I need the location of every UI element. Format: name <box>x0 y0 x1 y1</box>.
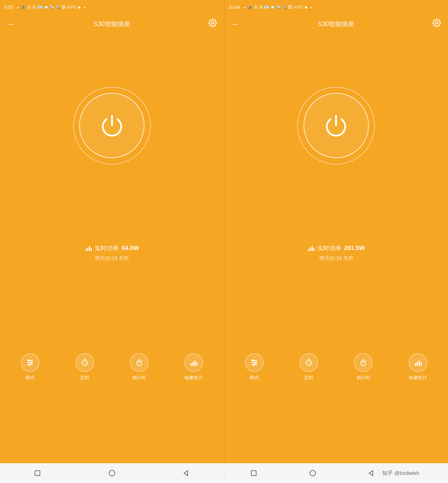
svg-point-0 <box>212 22 214 24</box>
svg-rect-29 <box>312 246 313 251</box>
stopwatch-icon-right <box>359 358 367 367</box>
countdown-icon-right <box>354 353 372 372</box>
svg-rect-22 <box>193 362 194 366</box>
power-icon-left <box>98 112 126 140</box>
status-time-left: 9:55 📶 🔊 易 易 📧 📨 📡 🔍 🖼 VolTE ◆ 📶 <box>4 5 87 10</box>
back-button-left[interactable]: ← <box>7 19 16 29</box>
nav-right: 知乎 @lordwish <box>224 465 448 481</box>
svg-rect-27 <box>308 249 309 251</box>
clock-icon-right <box>305 358 313 367</box>
back-button-right[interactable]: ← <box>231 19 240 29</box>
nav-square-left[interactable] <box>30 465 45 481</box>
svg-point-9 <box>28 360 29 361</box>
stats-label-left: 电量统计 <box>184 375 203 381</box>
nav-triangle-left[interactable] <box>179 465 194 481</box>
clock-icon-left <box>81 358 89 367</box>
toolbar-right: 模式 定时 <box>224 270 448 464</box>
svg-rect-49 <box>420 363 422 366</box>
mode-button-right[interactable]: 模式 <box>245 353 264 381</box>
status-time-right: 10:04 📶 🔊 易 易 📧 📨 📡 🔍 🖼 VolTE ◆ 📶 <box>229 5 314 10</box>
svg-point-51 <box>109 470 115 476</box>
svg-rect-46 <box>415 363 416 366</box>
power-button-left[interactable] <box>79 93 145 158</box>
stats-icon-right <box>409 353 427 372</box>
power-reading-right: 实时功率 281.5W <box>307 244 365 252</box>
bar-chart-icon-left <box>85 245 92 252</box>
mode-button-left[interactable]: 模式 <box>21 353 39 381</box>
title-right: S30智能插座 <box>318 20 354 28</box>
svg-rect-3 <box>87 248 88 251</box>
watermark-area: 知乎 @lordwish <box>382 470 426 477</box>
svg-point-35 <box>255 362 257 363</box>
svg-rect-50 <box>35 471 40 476</box>
toolbar-left: 模式 定时 <box>0 270 224 464</box>
stats-icon-left <box>184 353 203 372</box>
stats-button-left[interactable]: 电量统计 <box>184 353 203 381</box>
time-left: 9:55 <box>4 5 13 10</box>
power-label-left: 实时功率 <box>95 244 119 252</box>
countdown-label-left: 倒计时 <box>132 375 146 381</box>
main-panels: ← S30智能插座 <box>0 14 448 463</box>
nav-triangle-right[interactable] <box>364 465 379 481</box>
status-bar-left: 9:55 📶 🔊 易 易 📧 📨 📡 🔍 🖼 VolTE ◆ 📶 <box>0 0 224 14</box>
svg-rect-2 <box>86 249 87 251</box>
timer-button-right[interactable]: 定时 <box>300 353 318 381</box>
svg-point-10 <box>31 362 32 363</box>
svg-point-11 <box>29 364 30 365</box>
svg-rect-47 <box>417 362 418 366</box>
header-right: ← S30智能插座 <box>224 14 448 34</box>
svg-rect-5 <box>91 248 92 251</box>
schedule-right: 明天02:18 关闭 <box>319 255 353 262</box>
timer-icon-right <box>300 353 318 372</box>
nav-circle-left[interactable] <box>104 465 120 481</box>
status-bar-right: 10:04 📶 🔊 易 易 📧 📨 📡 🔍 🖼 VolTE ◆ 📶 <box>224 0 448 14</box>
timer-label-right: 定时 <box>304 375 313 381</box>
countdown-button-right[interactable]: 倒计时 <box>354 353 372 381</box>
timer-button-left[interactable]: 定时 <box>76 353 94 381</box>
svg-rect-52 <box>251 471 256 476</box>
countdown-label-right: 倒计时 <box>356 375 370 381</box>
svg-point-53 <box>310 470 316 476</box>
power-value-left: 64.0W <box>122 245 139 252</box>
countdown-icon-left <box>130 353 148 372</box>
signal-icons-right: 📶 🔊 易 易 📧 📨 📡 🔍 🖼 VolTE ◆ 📶 <box>242 5 313 10</box>
nav-circle-right[interactable] <box>305 465 320 481</box>
svg-rect-4 <box>89 246 90 251</box>
sliders-icon-left <box>26 358 34 367</box>
panel-info-right: 实时功率 281.5W 明天02:18 关闭 <box>224 239 448 270</box>
power-area-right <box>224 34 448 239</box>
stopwatch-icon-left <box>135 358 143 367</box>
power-label-right: 实时功率 <box>317 244 341 252</box>
title-left: S30智能插座 <box>94 20 130 28</box>
signal-icons-left: 📶 🔊 易 易 📧 📨 📡 🔍 🖼 VolTE ◆ 📶 <box>15 5 87 10</box>
header-left: ← S30智能插座 <box>0 14 224 34</box>
mode-label-left: 模式 <box>25 375 35 381</box>
barchart-icon-right <box>414 358 422 367</box>
svg-line-14 <box>85 363 86 364</box>
svg-rect-24 <box>196 363 198 366</box>
mode-icon-right <box>245 353 264 372</box>
timer-label-left: 定时 <box>80 375 89 381</box>
schedule-left: 明天02:18 关闭 <box>95 255 129 262</box>
stats-label-right: 电量统计 <box>409 375 427 381</box>
status-bar: 9:55 📶 🔊 易 易 📧 📨 📡 🔍 🖼 VolTE ◆ 📶 10:04 📶… <box>0 0 448 14</box>
svg-rect-21 <box>190 363 192 366</box>
svg-rect-23 <box>194 360 196 366</box>
power-outer-ring-right <box>297 87 375 165</box>
panel-left: ← S30智能插座 <box>0 14 224 463</box>
settings-button-left[interactable] <box>208 19 217 29</box>
countdown-button-left[interactable]: 倒计时 <box>130 353 148 381</box>
timer-icon-left <box>76 353 94 372</box>
nav-square-right[interactable] <box>246 465 261 481</box>
power-outer-ring-left <box>73 87 151 165</box>
sliders-icon-right <box>250 358 259 367</box>
nav-left <box>0 465 224 481</box>
power-value-right: 281.5W <box>344 245 365 252</box>
settings-button-right[interactable] <box>432 19 441 29</box>
svg-point-34 <box>252 360 254 361</box>
power-button-right[interactable] <box>303 93 369 158</box>
time-right: 10:04 <box>229 5 240 10</box>
bar-chart-icon-right <box>307 245 314 252</box>
stats-button-right[interactable]: 电量统计 <box>409 353 427 381</box>
svg-rect-28 <box>310 248 311 251</box>
